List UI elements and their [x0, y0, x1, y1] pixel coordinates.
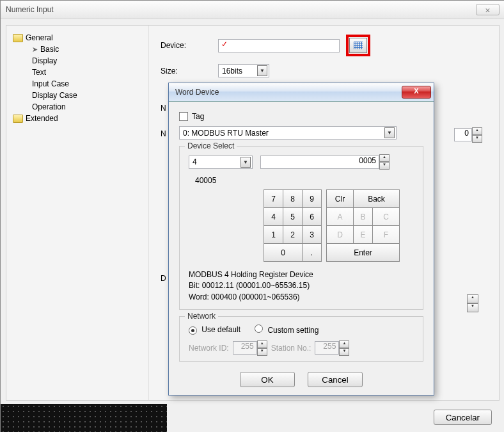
keypad-3[interactable]: 3	[302, 225, 322, 244]
tree-label: Display	[32, 56, 57, 65]
address-input[interactable]: 0005	[260, 156, 379, 169]
tree-label: Input Case	[32, 79, 69, 88]
keypad-e: E	[353, 225, 373, 244]
spin-up-icon[interactable]: ▲	[472, 127, 482, 135]
info-line: Bit: 00012.11 (00001.00~65536.15)	[189, 280, 414, 291]
cancel-button[interactable]: Cancelar	[434, 410, 492, 425]
tree-pane: General ➤ Basic Display Text Input Case …	[6, 26, 149, 400]
spin-up-icon: ▲	[257, 340, 267, 348]
tree-display[interactable]: Display	[32, 55, 145, 67]
window-button-row: Cancelar	[434, 410, 492, 425]
dialog-title-bar: Word Device X	[169, 83, 434, 102]
spin-down-icon[interactable]: ▼	[472, 135, 482, 143]
station-label: Station No.:	[271, 344, 311, 353]
dialog-close-button[interactable]: X	[402, 86, 431, 99]
tree-text[interactable]: Text	[32, 67, 145, 78]
tree-input-case[interactable]: Input Case	[32, 78, 145, 90]
tree-extended[interactable]: Extended	[10, 113, 145, 124]
cancel-button[interactable]: Cancel	[308, 372, 363, 387]
stray-spinner[interactable]: ▲ ▼	[467, 294, 478, 312]
keypad-8[interactable]: 8	[283, 189, 303, 208]
tree-label: Text	[32, 68, 46, 77]
keypad-7[interactable]: 7	[264, 189, 283, 208]
spin-down-icon: ▼	[257, 348, 267, 356]
numeric-spinner[interactable]: 0 ▲ ▼	[454, 128, 482, 141]
title-bar: Numeric Input ⨉	[1, 1, 504, 19]
use-default-radio[interactable]: Use default	[189, 325, 240, 335]
keypad-back[interactable]: Back	[353, 189, 400, 208]
keypad-1[interactable]: 1	[264, 225, 283, 244]
master-value: 0: MODBUS RTU Master	[183, 129, 269, 138]
word-device-dialog: Word Device X Tag 0: MODBUS RTU Master ▼…	[168, 83, 434, 396]
keypad-a: A	[326, 207, 354, 226]
device-input[interactable]: ✓	[218, 39, 340, 52]
info-line: MODBUS 4 Holding Register Device	[189, 269, 414, 280]
chevron-down-icon: ▼	[257, 65, 267, 76]
keypad-9[interactable]: 9	[302, 189, 322, 208]
arrow-icon: ➤	[32, 45, 38, 54]
truncated-label: N	[161, 104, 166, 113]
network-id-label: Network ID:	[189, 344, 229, 353]
tree-label: Operation	[32, 102, 66, 111]
size-label: Size:	[161, 67, 212, 76]
spin-down-icon[interactable]: ▼	[467, 303, 478, 312]
tree-label: Extended	[26, 114, 58, 123]
close-button[interactable]: ⨉	[476, 4, 500, 15]
register-combo[interactable]: 4 ▼	[189, 156, 253, 169]
spinner-value[interactable]: 0	[454, 128, 472, 141]
keypad-clr[interactable]: Clr	[326, 189, 354, 208]
info-line: Word: 000400 (000001~065536)	[189, 292, 414, 303]
keypad-2[interactable]: 2	[283, 225, 303, 244]
master-combo[interactable]: 0: MODBUS RTU Master ▼	[179, 126, 397, 140]
device-picker-highlight	[346, 35, 370, 56]
spin-down-icon[interactable]: ▼	[379, 162, 390, 170]
truncated-label: N	[161, 129, 166, 138]
tree-label: Basic	[40, 45, 59, 54]
dialog-button-row: OK Cancel	[169, 368, 434, 395]
device-select-title: Device Select	[185, 141, 237, 150]
keypad-6[interactable]: 6	[302, 207, 322, 226]
tag-checkbox[interactable]	[179, 112, 188, 121]
folder-icon	[13, 115, 23, 123]
chevron-down-icon: ▼	[384, 127, 395, 138]
spin-up-icon[interactable]: ▲	[379, 154, 390, 162]
size-value: 16bits	[222, 67, 242, 76]
resolved-address: 40005	[195, 176, 414, 185]
spin-up-icon: ▲	[339, 340, 349, 348]
editor-canvas-peek	[1, 404, 167, 432]
truncated-label: D	[161, 274, 166, 283]
tree-general[interactable]: General	[10, 32, 145, 44]
device-picker-button[interactable]	[349, 38, 367, 53]
tag-label: Tag	[192, 112, 204, 121]
spin-up-icon[interactable]: ▲	[467, 294, 478, 303]
spin-down-icon: ▼	[339, 348, 349, 356]
keypad: 7 8 9 Clr Back 4 5 6 A B C 1 2 3	[264, 190, 414, 262]
keypad-4[interactable]: 4	[264, 207, 283, 226]
tree-basic[interactable]: ➤ Basic	[32, 44, 145, 55]
use-default-label: Use default	[201, 325, 240, 334]
register-value: 4	[193, 157, 197, 166]
ok-button[interactable]: OK	[240, 372, 295, 387]
tree-display-case[interactable]: Display Case	[32, 90, 145, 101]
keypad-enter[interactable]: Enter	[326, 243, 400, 262]
keypad-c: C	[372, 207, 400, 226]
tree-label: General	[26, 33, 53, 42]
custom-radio[interactable]: Custom setting	[255, 324, 319, 335]
chevron-down-icon: ▼	[240, 157, 251, 168]
network-title: Network	[185, 312, 218, 321]
custom-label: Custom setting	[267, 326, 319, 335]
device-label: Device:	[161, 41, 212, 50]
keypad-d: D	[326, 225, 354, 244]
window-title: Numeric Input	[6, 5, 54, 14]
keypad-b: B	[353, 207, 373, 226]
keypad-5[interactable]: 5	[283, 207, 303, 226]
keypad-dot[interactable]: .	[302, 243, 322, 262]
folder-icon	[13, 34, 23, 42]
keypad-0[interactable]: 0	[264, 243, 303, 262]
size-combo[interactable]: 16bits ▼	[218, 64, 269, 77]
network-id-input: 255	[233, 341, 257, 355]
grid-icon	[354, 42, 363, 49]
device-info: MODBUS 4 Holding Register Device Bit: 00…	[189, 269, 414, 303]
dialog-title: Word Device	[175, 88, 219, 97]
tree-operation[interactable]: Operation	[32, 101, 145, 113]
